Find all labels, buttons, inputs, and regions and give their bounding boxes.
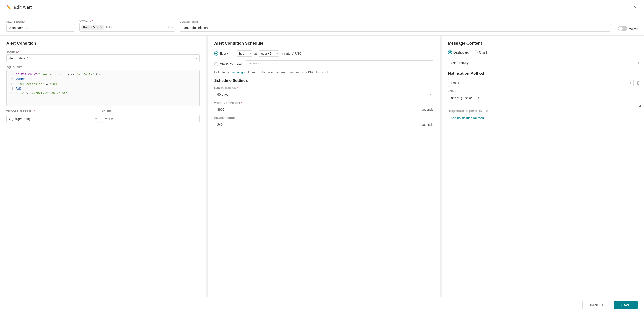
cron-radio-option[interactable]: CRON Schedule (214, 62, 244, 66)
top-form: ALERT NAME* OWNERS* Bence Orlai ✕ ✕ ▾ (0, 15, 644, 36)
alert-name-label: ALERT NAME* (6, 20, 75, 23)
value-group: VALUE* (102, 110, 200, 123)
page-title: Edit Alert (14, 5, 32, 10)
toggle-knob (618, 27, 622, 31)
chart-radio-option[interactable]: Chart (474, 50, 487, 54)
email-textarea[interactable]: bence@preset.io (448, 94, 641, 107)
sql-line-5: 5 "dtm" > '2020-12-23 00:00:01' (9, 91, 197, 96)
alert-condition-panel: Alert Condition SOURCE* demo_data_1 ▾ SQ… (0, 36, 206, 297)
active-toggle[interactable] (618, 26, 627, 31)
source-label: SOURCE* (6, 50, 200, 53)
owners-group: OWNERS* Bence Orlai ✕ ✕ ▾ (79, 19, 175, 32)
gap-1 (206, 36, 208, 297)
schedule-title: Alert Condition Schedule (214, 41, 433, 46)
hour-select-wrap: hour day week ▾ (236, 50, 252, 57)
working-timeout-input[interactable] (214, 106, 419, 114)
grace-period-wrap: seconds (214, 121, 433, 128)
required-star-owners: * (92, 19, 93, 22)
notif-method-select[interactable]: Email Slack Teams PagerDuty (448, 79, 634, 87)
email-hint: Recipients are separated by "," or ";" (448, 109, 641, 112)
trigger-select-wrap: > (Larger than) < (Less than) = (Equal t… (6, 115, 99, 123)
log-retention-row: LOG RETENTION* 90 days 30 days 60 days 1… (214, 86, 433, 98)
grace-period-label: GRACE PERIOD (214, 117, 433, 119)
sql-editor[interactable]: 1 SELECT COUNT("user_action_id") as "nr_… (6, 70, 200, 106)
close-button[interactable]: × (633, 4, 638, 10)
trigger-label: TRIGGER ALERT IF...* (6, 110, 99, 113)
owners-search-input[interactable] (106, 26, 166, 29)
edit-icon: ✏️ (6, 5, 12, 10)
every5-select[interactable]: every 5 every 10 every 15 every 30 (259, 50, 279, 57)
sql-query-label: SQL QUERY* (6, 66, 200, 68)
cron-input[interactable] (246, 60, 434, 68)
crontab-guru-link[interactable]: crontab guru (230, 70, 247, 74)
active-toggle-wrap: Active (618, 26, 638, 32)
log-retention-label: LOG RETENTION* (214, 86, 433, 89)
sql-line-4: 4 AND (9, 86, 197, 91)
alert-condition-title: Alert Condition (6, 41, 200, 46)
chart-radio-circle (474, 50, 478, 54)
trigger-select[interactable]: > (Larger than) < (Less than) = (Equal t… (6, 115, 99, 123)
gap-2 (440, 36, 442, 297)
trigger-group: TRIGGER ALERT IF...* > (Larger than) < (… (6, 110, 99, 123)
edit-alert-modal: ✏️ Edit Alert × ALERT NAME* OWNERS* Benc… (0, 0, 644, 313)
working-timeout-label: WORKING TIMEOUT* (214, 102, 433, 104)
alert-name-group: ALERT NAME* (6, 20, 75, 32)
message-title: Message Content (448, 41, 641, 46)
working-timeout-row: WORKING TIMEOUT* seconds (214, 102, 433, 114)
active-label: Active (629, 27, 638, 30)
every-radio-label: Every (220, 52, 228, 55)
title-wrap: ✏️ Edit Alert (6, 5, 32, 10)
cron-radio-circle (214, 62, 218, 66)
notif-method-row: Email Slack Teams PagerDuty ▾ 🗑 (448, 79, 641, 87)
grace-period-input[interactable] (214, 121, 419, 128)
email-label: EMAIL (448, 90, 641, 92)
at-label: at (254, 52, 257, 55)
cron-help: Refer to the crontab guru for more infor… (214, 70, 433, 74)
modal-footer: CANCEL SAVE (0, 297, 644, 313)
every-radio-option[interactable]: Every (214, 52, 228, 56)
minutes-label: minute(s) UTC (281, 52, 302, 55)
owner-tag-remove[interactable]: ✕ (100, 26, 102, 29)
description-input[interactable] (180, 24, 611, 32)
required-star: * (24, 20, 26, 23)
dashboard-select[interactable]: User Activity Sales Dashboard Revenue (448, 59, 641, 67)
notification-method-title: Notification Method (448, 71, 641, 76)
hour-select[interactable]: hour day week (236, 50, 252, 57)
working-timeout-wrap: seconds (214, 106, 433, 114)
every-radio-row: Every hour day week ▾ at every 5 (214, 50, 433, 57)
owners-input-wrap[interactable]: Bence Orlai ✕ ✕ ▾ (79, 23, 175, 32)
working-timeout-unit: seconds (422, 108, 434, 112)
sql-line-3: 3 "user_action_id" = '1003' (9, 82, 197, 87)
owners-label: OWNERS* (79, 19, 175, 22)
dashboard-radio-option[interactable]: Dashboard (448, 50, 469, 54)
chart-radio-label: Chart (479, 50, 487, 54)
value-input[interactable] (102, 115, 200, 123)
add-notification-button[interactable]: + Add notification method (448, 116, 484, 120)
trigger-row: TRIGGER ALERT IF...* > (Larger than) < (… (6, 110, 200, 123)
owner-tag: Bence Orlai ✕ (81, 25, 104, 30)
owners-clear-icon[interactable]: ✕ (167, 26, 170, 29)
description-group: DESCRIPTION (180, 20, 611, 32)
log-retention-select-wrap: 90 days 30 days 60 days 180 days 365 day… (214, 91, 433, 98)
schedule-panel: Alert Condition Schedule Every hour day … (208, 36, 440, 297)
main-content: Alert Condition SOURCE* demo_data_1 ▾ SQ… (0, 36, 644, 297)
cancel-button[interactable]: CANCEL (582, 301, 612, 309)
every5-select-wrap: every 5 every 10 every 15 every 30 ▾ (259, 50, 279, 57)
log-retention-select[interactable]: 90 days 30 days 60 days 180 days 365 day… (214, 91, 433, 98)
schedule-settings-title: Schedule Settings (214, 78, 433, 83)
cron-radio-label: CRON Schedule (220, 62, 244, 66)
grace-period-row: GRACE PERIOD seconds (214, 117, 433, 128)
description-label: DESCRIPTION (180, 20, 611, 23)
alert-name-input[interactable] (6, 24, 75, 32)
sql-line-1: 1 SELECT COUNT("user_action_id") as "nr_… (9, 72, 197, 77)
dashboard-radio-circle (448, 50, 452, 54)
save-button[interactable]: SAVE (614, 301, 638, 309)
modal-header: ✏️ Edit Alert × (0, 0, 644, 15)
source-select[interactable]: demo_data_1 (6, 54, 200, 62)
cron-row: CRON Schedule (214, 60, 433, 68)
every-radio-circle (214, 52, 218, 56)
delete-notif-button[interactable]: 🗑 (635, 80, 641, 86)
owners-dropdown-icon[interactable]: ▾ (171, 26, 173, 29)
grace-period-unit: seconds (422, 123, 434, 126)
message-type-row: Dashboard Chart (448, 50, 641, 54)
